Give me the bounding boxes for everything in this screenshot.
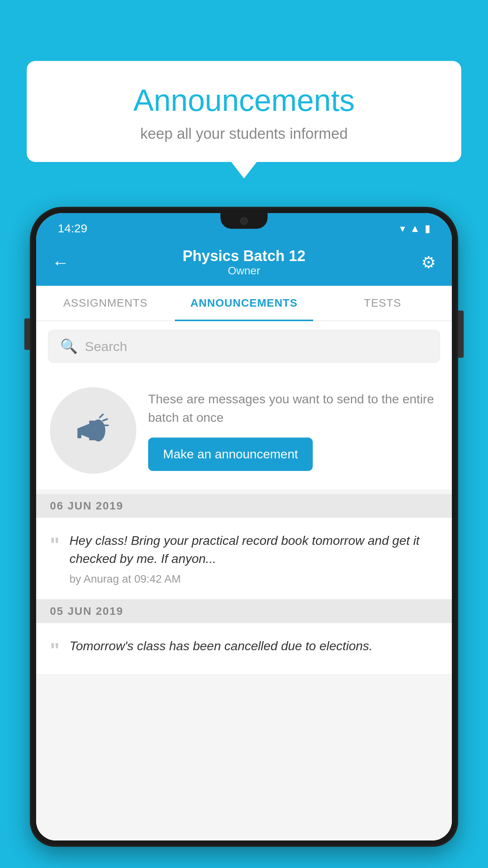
speech-bubble-title: Announcements — [50, 83, 438, 118]
date-separator-1: 06 JUN 2019 — [36, 494, 452, 518]
phone-container: 14:29 ▾ ▲ ▮ ← Physics Batch 12 Owner ⚙ — [31, 208, 457, 868]
svg-point-3 — [91, 419, 105, 441]
search-icon: 🔍 — [60, 338, 78, 355]
tab-announcements[interactable]: ANNOUNCEMENTS — [175, 286, 314, 320]
quote-icon-2: " — [50, 640, 60, 660]
announcement-meta-1: by Anurag at 09:42 AM — [70, 573, 438, 585]
quote-icon-1: " — [50, 535, 60, 555]
search-bar-container: 🔍 Search — [36, 321, 452, 371]
content-area: 🔍 Search — [36, 321, 452, 840]
front-camera — [240, 217, 248, 225]
date-label-2: 05 JUN 2019 — [50, 605, 123, 617]
phone-notch — [220, 213, 268, 229]
search-bar[interactable]: 🔍 Search — [48, 330, 440, 363]
battery-icon: ▮ — [425, 223, 430, 235]
back-button[interactable]: ← — [52, 253, 75, 272]
settings-button[interactable]: ⚙ — [413, 253, 436, 272]
promo-right: These are messages you want to send to t… — [148, 390, 438, 471]
svg-line-4 — [100, 414, 103, 417]
search-placeholder: Search — [85, 339, 127, 354]
tab-bar: ASSIGNMENTS ANNOUNCEMENTS TESTS — [36, 286, 452, 321]
date-label-1: 06 JUN 2019 — [50, 500, 123, 512]
announcement-item-1[interactable]: " Hey class! Bring your practical record… — [36, 518, 452, 600]
wifi-icon: ▾ — [400, 223, 405, 235]
announcement-item-2[interactable]: " Tomorrow's class has been cancelled du… — [36, 623, 452, 675]
svg-line-5 — [103, 419, 107, 421]
phone-frame: 14:29 ▾ ▲ ▮ ← Physics Batch 12 Owner ⚙ — [31, 208, 457, 845]
announcement-text-2: Tomorrow's class has been cancelled due … — [70, 637, 438, 655]
make-announcement-button[interactable]: Make an announcement — [148, 438, 313, 471]
promo-description: These are messages you want to send to t… — [148, 390, 438, 427]
speech-bubble-subtitle: keep all your students informed — [50, 125, 438, 142]
header-title-group: Physics Batch 12 Owner — [75, 248, 413, 277]
tab-assignments[interactable]: ASSIGNMENTS — [36, 286, 175, 320]
announcement-promo: These are messages you want to send to t… — [36, 371, 452, 489]
batch-role: Owner — [75, 265, 413, 277]
promo-icon-circle — [50, 387, 136, 474]
announcement-text-1: Hey class! Bring your practical record b… — [70, 531, 438, 568]
status-time: 14:29 — [58, 222, 87, 235]
announcement-content-1: Hey class! Bring your practical record b… — [70, 531, 438, 585]
date-separator-2: 05 JUN 2019 — [36, 600, 452, 623]
speech-bubble-section: Announcements keep all your students inf… — [27, 61, 461, 162]
speech-bubble-card: Announcements keep all your students inf… — [27, 61, 461, 162]
batch-title: Physics Batch 12 — [75, 248, 413, 265]
status-icons: ▾ ▲ ▮ — [400, 223, 430, 235]
signal-icon: ▲ — [410, 223, 420, 235]
svg-rect-2 — [77, 428, 81, 438]
tab-tests[interactable]: TESTS — [313, 286, 452, 320]
phone-screen: 14:29 ▾ ▲ ▮ ← Physics Batch 12 Owner ⚙ — [36, 213, 452, 840]
announcement-content-2: Tomorrow's class has been cancelled due … — [70, 637, 438, 660]
app-header: ← Physics Batch 12 Owner ⚙ — [36, 240, 452, 286]
megaphone-svg — [72, 409, 115, 452]
